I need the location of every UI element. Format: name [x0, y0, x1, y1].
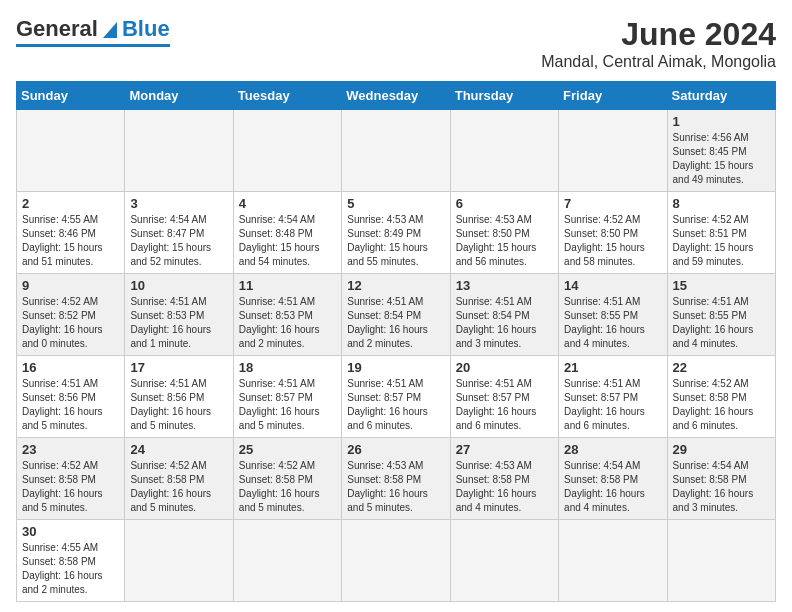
header-tuesday: Tuesday: [233, 82, 341, 110]
day-info: Sunrise: 4:53 AM Sunset: 8:49 PM Dayligh…: [347, 213, 444, 269]
day-info: Sunrise: 4:51 AM Sunset: 8:55 PM Dayligh…: [673, 295, 770, 351]
day-number: 12: [347, 278, 444, 293]
day-info: Sunrise: 4:51 AM Sunset: 8:53 PM Dayligh…: [239, 295, 336, 351]
calendar-day-cell: [17, 110, 125, 192]
calendar-day-cell: [342, 520, 450, 602]
header-friday: Friday: [559, 82, 667, 110]
calendar-day-cell: 11Sunrise: 4:51 AM Sunset: 8:53 PM Dayli…: [233, 274, 341, 356]
calendar-day-cell: 4Sunrise: 4:54 AM Sunset: 8:48 PM Daylig…: [233, 192, 341, 274]
calendar-day-cell: 16Sunrise: 4:51 AM Sunset: 8:56 PM Dayli…: [17, 356, 125, 438]
day-info: Sunrise: 4:52 AM Sunset: 8:50 PM Dayligh…: [564, 213, 661, 269]
day-number: 10: [130, 278, 227, 293]
calendar-week-row: 1Sunrise: 4:56 AM Sunset: 8:45 PM Daylig…: [17, 110, 776, 192]
calendar-week-row: 9Sunrise: 4:52 AM Sunset: 8:52 PM Daylig…: [17, 274, 776, 356]
day-number: 18: [239, 360, 336, 375]
header-monday: Monday: [125, 82, 233, 110]
calendar-day-cell: [125, 110, 233, 192]
calendar-day-cell: 19Sunrise: 4:51 AM Sunset: 8:57 PM Dayli…: [342, 356, 450, 438]
day-number: 17: [130, 360, 227, 375]
day-number: 1: [673, 114, 770, 129]
calendar-day-cell: 27Sunrise: 4:53 AM Sunset: 8:58 PM Dayli…: [450, 438, 558, 520]
calendar-day-cell: [342, 110, 450, 192]
day-number: 15: [673, 278, 770, 293]
day-number: 20: [456, 360, 553, 375]
svg-marker-0: [103, 22, 117, 38]
day-number: 30: [22, 524, 119, 539]
calendar-day-cell: 22Sunrise: 4:52 AM Sunset: 8:58 PM Dayli…: [667, 356, 775, 438]
day-number: 29: [673, 442, 770, 457]
calendar-week-row: 30Sunrise: 4:55 AM Sunset: 8:58 PM Dayli…: [17, 520, 776, 602]
calendar-day-cell: 5Sunrise: 4:53 AM Sunset: 8:49 PM Daylig…: [342, 192, 450, 274]
calendar-day-cell: 24Sunrise: 4:52 AM Sunset: 8:58 PM Dayli…: [125, 438, 233, 520]
logo-general-text: General: [16, 16, 98, 42]
calendar-day-cell: 3Sunrise: 4:54 AM Sunset: 8:47 PM Daylig…: [125, 192, 233, 274]
header-sunday: Sunday: [17, 82, 125, 110]
calendar-day-cell: 12Sunrise: 4:51 AM Sunset: 8:54 PM Dayli…: [342, 274, 450, 356]
calendar-day-cell: [559, 520, 667, 602]
day-info: Sunrise: 4:51 AM Sunset: 8:54 PM Dayligh…: [456, 295, 553, 351]
day-number: 23: [22, 442, 119, 457]
day-info: Sunrise: 4:51 AM Sunset: 8:57 PM Dayligh…: [564, 377, 661, 433]
day-number: 6: [456, 196, 553, 211]
day-number: 2: [22, 196, 119, 211]
calendar-day-cell: 8Sunrise: 4:52 AM Sunset: 8:51 PM Daylig…: [667, 192, 775, 274]
calendar-day-cell: 2Sunrise: 4:55 AM Sunset: 8:46 PM Daylig…: [17, 192, 125, 274]
calendar-day-cell: [125, 520, 233, 602]
day-number: 26: [347, 442, 444, 457]
calendar-day-cell: 1Sunrise: 4:56 AM Sunset: 8:45 PM Daylig…: [667, 110, 775, 192]
day-number: 3: [130, 196, 227, 211]
day-number: 19: [347, 360, 444, 375]
header-saturday: Saturday: [667, 82, 775, 110]
day-info: Sunrise: 4:55 AM Sunset: 8:58 PM Dayligh…: [22, 541, 119, 597]
calendar-day-cell: [233, 520, 341, 602]
calendar-day-cell: 29Sunrise: 4:54 AM Sunset: 8:58 PM Dayli…: [667, 438, 775, 520]
day-info: Sunrise: 4:52 AM Sunset: 8:58 PM Dayligh…: [22, 459, 119, 515]
calendar-week-row: 23Sunrise: 4:52 AM Sunset: 8:58 PM Dayli…: [17, 438, 776, 520]
calendar-subtitle: Mandal, Central Aimak, Mongolia: [541, 53, 776, 71]
calendar-day-cell: [450, 110, 558, 192]
logo: General Blue: [16, 16, 170, 42]
calendar-day-cell: 9Sunrise: 4:52 AM Sunset: 8:52 PM Daylig…: [17, 274, 125, 356]
calendar-day-cell: 6Sunrise: 4:53 AM Sunset: 8:50 PM Daylig…: [450, 192, 558, 274]
page-container: General Blue June 2024 Mandal, Central A…: [16, 16, 776, 602]
day-number: 4: [239, 196, 336, 211]
header-thursday: Thursday: [450, 82, 558, 110]
day-number: 11: [239, 278, 336, 293]
day-number: 8: [673, 196, 770, 211]
calendar-day-cell: 28Sunrise: 4:54 AM Sunset: 8:58 PM Dayli…: [559, 438, 667, 520]
calendar-day-cell: 13Sunrise: 4:51 AM Sunset: 8:54 PM Dayli…: [450, 274, 558, 356]
day-info: Sunrise: 4:51 AM Sunset: 8:53 PM Dayligh…: [130, 295, 227, 351]
calendar-day-cell: 26Sunrise: 4:53 AM Sunset: 8:58 PM Dayli…: [342, 438, 450, 520]
logo-divider: [16, 44, 170, 47]
calendar-day-cell: 20Sunrise: 4:51 AM Sunset: 8:57 PM Dayli…: [450, 356, 558, 438]
day-info: Sunrise: 4:52 AM Sunset: 8:51 PM Dayligh…: [673, 213, 770, 269]
day-number: 24: [130, 442, 227, 457]
calendar-week-row: 2Sunrise: 4:55 AM Sunset: 8:46 PM Daylig…: [17, 192, 776, 274]
calendar-table: Sunday Monday Tuesday Wednesday Thursday…: [16, 81, 776, 602]
day-info: Sunrise: 4:52 AM Sunset: 8:52 PM Dayligh…: [22, 295, 119, 351]
calendar-day-cell: 18Sunrise: 4:51 AM Sunset: 8:57 PM Dayli…: [233, 356, 341, 438]
calendar-day-cell: [233, 110, 341, 192]
header: General Blue June 2024 Mandal, Central A…: [16, 16, 776, 71]
day-info: Sunrise: 4:52 AM Sunset: 8:58 PM Dayligh…: [673, 377, 770, 433]
title-area: June 2024 Mandal, Central Aimak, Mongoli…: [541, 16, 776, 71]
day-number: 16: [22, 360, 119, 375]
day-info: Sunrise: 4:52 AM Sunset: 8:58 PM Dayligh…: [239, 459, 336, 515]
day-number: 5: [347, 196, 444, 211]
day-info: Sunrise: 4:51 AM Sunset: 8:57 PM Dayligh…: [456, 377, 553, 433]
day-info: Sunrise: 4:54 AM Sunset: 8:47 PM Dayligh…: [130, 213, 227, 269]
logo-area: General Blue: [16, 16, 170, 47]
day-number: 28: [564, 442, 661, 457]
calendar-day-cell: 25Sunrise: 4:52 AM Sunset: 8:58 PM Dayli…: [233, 438, 341, 520]
logo-triangle-icon: [99, 18, 121, 40]
day-info: Sunrise: 4:54 AM Sunset: 8:58 PM Dayligh…: [564, 459, 661, 515]
day-info: Sunrise: 4:53 AM Sunset: 8:58 PM Dayligh…: [456, 459, 553, 515]
day-number: 9: [22, 278, 119, 293]
calendar-day-cell: 23Sunrise: 4:52 AM Sunset: 8:58 PM Dayli…: [17, 438, 125, 520]
calendar-day-cell: 15Sunrise: 4:51 AM Sunset: 8:55 PM Dayli…: [667, 274, 775, 356]
calendar-title: June 2024: [541, 16, 776, 53]
day-number: 25: [239, 442, 336, 457]
day-info: Sunrise: 4:55 AM Sunset: 8:46 PM Dayligh…: [22, 213, 119, 269]
day-info: Sunrise: 4:54 AM Sunset: 8:48 PM Dayligh…: [239, 213, 336, 269]
day-info: Sunrise: 4:51 AM Sunset: 8:55 PM Dayligh…: [564, 295, 661, 351]
